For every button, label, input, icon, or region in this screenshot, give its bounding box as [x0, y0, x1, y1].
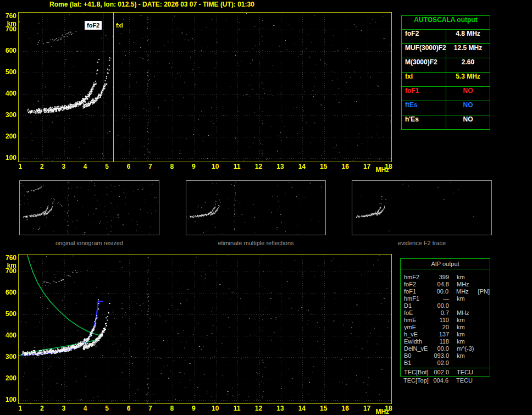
aip-output-box: AIP output hmF2399kmfoF204.8MHzfoF100.0M…	[400, 258, 490, 377]
aip-row-label: h_vE	[404, 331, 433, 338]
aip-row-label: hmF1	[404, 295, 433, 302]
aip-row: Ewidth118km	[401, 338, 490, 345]
aip-row-label: DelN_vE	[404, 345, 433, 352]
x-tick-label: 13	[273, 163, 287, 170]
aip-row-value: 110	[433, 317, 449, 324]
aip-row-label: foE	[404, 309, 433, 317]
x-tick-label: 8	[165, 163, 179, 170]
y-tick-label: 500	[0, 310, 16, 318]
autoscala-row-label: MUF(3000)F2	[402, 44, 446, 58]
autoscala-row: MUF(3000)F212.5 MHz	[402, 44, 490, 58]
y-tick-label: 100	[0, 154, 16, 162]
thumbnail-eliminate-canvas	[186, 180, 326, 235]
aip-row-unit: km	[457, 338, 476, 345]
aip-row-value: 20	[433, 324, 449, 331]
x-tick-label: 12	[252, 405, 266, 412]
y-tick-label: 400	[0, 331, 16, 339]
x-tick-label: 1	[13, 405, 27, 412]
autoscala-panel-title: AUTOSCALA output	[402, 16, 490, 30]
thumbnail-evidence-canvas	[352, 180, 492, 235]
autoscala-row-value: NO	[446, 101, 490, 115]
y-tick-label: 300	[0, 353, 16, 361]
aip-rows: hmF2399kmfoF204.8MHzfoF100.0MHz[PN]hmF1-…	[401, 269, 490, 368]
aip-row-unit: MHz	[456, 288, 476, 295]
foF2-marker-line	[103, 13, 103, 162]
y-tick-label: 600	[0, 289, 16, 296]
x-tick-label: 10	[208, 163, 223, 170]
x-tick-label: 15	[317, 163, 331, 170]
x-tick-label: 7	[143, 405, 157, 412]
x-tick-label: 7	[143, 163, 157, 170]
aip-row: hmE110km	[401, 317, 490, 324]
aip-row: foF100.0MHz[PN]	[401, 288, 490, 295]
aip-row-label: TEC[Bot]	[404, 368, 433, 376]
autoscala-row-label: M(3000)F2	[402, 58, 446, 72]
autoscala-row-value: NO	[446, 87, 490, 101]
aip-row: B0093.0km	[401, 352, 490, 359]
autoscala-row-value: 12.5 MHz	[446, 44, 490, 58]
foF2-marker-label: foF2	[85, 21, 102, 30]
x-tick-label: 6	[121, 163, 136, 170]
x-tick-label: 15	[317, 405, 331, 412]
autoscala-output-panel: AUTOSCALA output foF24.8 MHzMUF(3000)F21…	[401, 15, 490, 130]
aip-row-unit: MHz	[457, 309, 476, 317]
aip-row-value: 00.0	[433, 345, 449, 352]
station-title: Rome (lat: +41.8, lon: 012.5) - DATE: 20…	[49, 1, 254, 8]
x-tick-label: 11	[230, 163, 244, 170]
x-tick-label: 14	[295, 405, 309, 412]
x-tick-label: 16	[338, 163, 352, 170]
x-tick-label: 9	[186, 163, 201, 170]
aip-row-value: 04.8	[433, 281, 449, 288]
autoscala-row-label: foF2	[402, 30, 446, 43]
thumbnail-caption: eliminate multiple reflections	[186, 240, 326, 246]
x-tick-label: 6	[121, 405, 136, 412]
x-tick-label: 5	[100, 405, 114, 412]
autoscala-row-label: ftEs	[402, 101, 446, 115]
autoscala-row-value: 2.60	[446, 58, 490, 72]
aip-row: DelN_vE00.0m^(-3)	[401, 345, 490, 352]
aip-row-value: 399	[433, 274, 449, 281]
autoscala-row: foF24.8 MHz	[402, 30, 490, 44]
x-tick-label: 3	[57, 163, 71, 170]
aip-row-label: foF1	[404, 288, 432, 295]
aip-row-value: 00.0	[433, 302, 449, 309]
aip-row: foF204.8MHz	[401, 281, 490, 288]
axis-unit-mhz: MHz	[375, 408, 389, 415]
aip-row-label: hmF2	[404, 274, 433, 281]
autoscala-row-label: foF1	[402, 87, 446, 101]
aip-row: hmF2399km	[401, 274, 490, 281]
aip-row-label: ymE	[404, 324, 433, 331]
aip-row-unit: MHz	[457, 281, 476, 288]
aip-row-tec-bot: TEC[Bot]002.0TECU	[401, 368, 490, 376]
y-tick-label: 600	[0, 47, 16, 54]
thumbnail-original-canvas	[19, 180, 159, 235]
y-tick-label: 200	[0, 132, 16, 140]
y-tick-label: 400	[0, 90, 16, 97]
aip-row-label: B0	[404, 352, 433, 359]
autoscala-rows: foF24.8 MHzMUF(3000)F212.5 MHzM(3000)F22…	[402, 30, 490, 129]
aip-row: hmF1---km	[401, 295, 490, 302]
aip-row-unit: m^(-3)	[457, 345, 476, 352]
y-tick-label: 760	[0, 12, 16, 20]
thumbnail-caption: original ionogram resized	[19, 240, 159, 246]
aip-row-tec-top: TEC[Top]004.6TECU	[400, 377, 490, 384]
aip-row-value: ---	[433, 295, 449, 302]
thumbnail-eliminate-reflections: eliminate multiple reflections	[186, 180, 326, 246]
autoscala-row: ftEsNO	[402, 101, 490, 115]
aip-row-unit: km	[457, 331, 476, 338]
aip-row-label: D1	[404, 302, 433, 309]
ionogram-profile-canvas	[18, 254, 392, 404]
aip-row-value: 0.7	[433, 309, 449, 317]
aip-row-label: foF2	[404, 281, 433, 288]
aip-row-unit: km	[457, 324, 476, 331]
x-tick-label: 12	[252, 163, 266, 170]
y-tick-label: 760	[0, 254, 16, 262]
x-tick-label: 17	[360, 405, 374, 412]
autoscala-row: h'EsNO	[402, 115, 490, 129]
x-tick-label: 3	[57, 405, 71, 412]
aip-row: h_vE137km	[401, 331, 490, 338]
aip-row-unit: km	[457, 274, 476, 281]
x-tick-label: 2	[35, 405, 49, 412]
aip-row-value: 093.0	[433, 352, 449, 359]
aip-row-unit: km	[457, 352, 476, 359]
